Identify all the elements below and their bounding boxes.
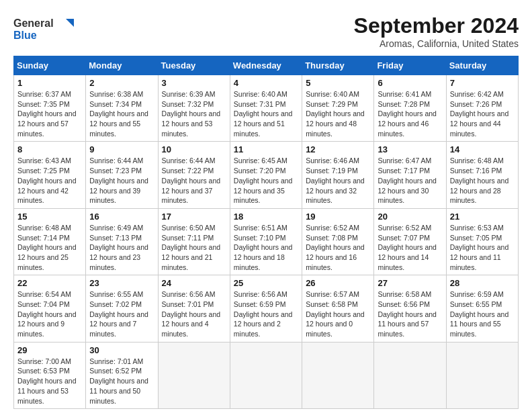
table-row: 1Sunrise: 6:37 AMSunset: 7:35 PMDaylight… <box>14 75 86 142</box>
day-number: 17 <box>162 212 226 222</box>
col-thursday: Thursday <box>302 56 374 75</box>
day-number: 21 <box>450 212 515 222</box>
table-row <box>374 342 446 408</box>
day-content: Sunrise: 6:56 AMSunset: 7:01 PMDaylight … <box>162 289 226 338</box>
table-row: 4Sunrise: 6:40 AMSunset: 7:31 PMDaylight… <box>230 75 302 142</box>
day-content: Sunrise: 6:37 AMSunset: 7:35 PMDaylight … <box>17 89 82 138</box>
table-row: 26Sunrise: 6:57 AMSunset: 6:58 PMDayligh… <box>302 275 374 342</box>
day-content: Sunrise: 6:44 AMSunset: 7:23 PMDaylight … <box>89 156 154 205</box>
day-number: 5 <box>306 78 370 88</box>
day-number: 26 <box>306 278 370 288</box>
day-content: Sunrise: 6:42 AMSunset: 7:26 PMDaylight … <box>450 89 515 138</box>
day-number: 11 <box>234 144 298 154</box>
table-row: 14Sunrise: 6:48 AMSunset: 7:16 PMDayligh… <box>446 142 518 208</box>
table-row: 16Sunrise: 6:49 AMSunset: 7:13 PMDayligh… <box>86 208 158 275</box>
table-row: 9Sunrise: 6:44 AMSunset: 7:23 PMDaylight… <box>86 142 158 208</box>
table-row <box>158 342 230 408</box>
day-content: Sunrise: 6:49 AMSunset: 7:13 PMDaylight … <box>89 223 154 272</box>
day-content: Sunrise: 6:47 AMSunset: 7:17 PMDaylight … <box>378 156 442 205</box>
day-number: 6 <box>378 78 442 88</box>
day-number: 20 <box>378 212 442 222</box>
day-content: Sunrise: 6:43 AMSunset: 7:25 PMDaylight … <box>17 156 82 205</box>
day-number: 22 <box>17 278 82 288</box>
col-wednesday: Wednesday <box>230 56 302 75</box>
day-content: Sunrise: 6:44 AMSunset: 7:22 PMDaylight … <box>162 156 226 205</box>
day-number: 9 <box>89 144 154 154</box>
day-content: Sunrise: 6:39 AMSunset: 7:32 PMDaylight … <box>162 89 226 138</box>
table-row: 13Sunrise: 6:47 AMSunset: 7:17 PMDayligh… <box>374 142 446 208</box>
day-number: 25 <box>234 278 298 288</box>
day-content: Sunrise: 6:57 AMSunset: 6:58 PMDaylight … <box>306 289 370 338</box>
day-content: Sunrise: 6:54 AMSunset: 7:04 PMDaylight … <box>17 289 82 338</box>
table-row: 12Sunrise: 6:46 AMSunset: 7:19 PMDayligh… <box>302 142 374 208</box>
day-number: 14 <box>450 144 515 154</box>
table-row: 27Sunrise: 6:58 AMSunset: 6:56 PMDayligh… <box>374 275 446 342</box>
day-number: 1 <box>17 78 82 88</box>
day-number: 29 <box>17 345 82 355</box>
table-row: 3Sunrise: 6:39 AMSunset: 7:32 PMDaylight… <box>158 75 230 142</box>
day-number: 3 <box>162 78 226 88</box>
day-content: Sunrise: 6:41 AMSunset: 7:28 PMDaylight … <box>378 89 442 138</box>
day-content: Sunrise: 6:51 AMSunset: 7:10 PMDaylight … <box>234 223 298 272</box>
calendar-week-row: 1Sunrise: 6:37 AMSunset: 7:35 PMDaylight… <box>14 75 519 142</box>
svg-marker-2 <box>66 19 74 27</box>
day-number: 2 <box>89 78 154 88</box>
day-content: Sunrise: 7:01 AMSunset: 6:52 PMDaylight … <box>89 357 154 406</box>
table-row <box>230 342 302 408</box>
calendar-title: September 2024 <box>354 13 519 38</box>
table-row: 29Sunrise: 7:00 AMSunset: 6:53 PMDayligh… <box>14 342 86 408</box>
table-row: 25Sunrise: 6:56 AMSunset: 6:59 PMDayligh… <box>230 275 302 342</box>
day-content: Sunrise: 6:53 AMSunset: 7:05 PMDaylight … <box>450 223 515 272</box>
table-row <box>446 342 518 408</box>
col-friday: Friday <box>374 56 446 75</box>
day-number: 19 <box>306 212 370 222</box>
table-row: 23Sunrise: 6:55 AMSunset: 7:02 PMDayligh… <box>86 275 158 342</box>
calendar-subtitle: Aromas, California, United States <box>354 38 519 49</box>
col-monday: Monday <box>86 56 158 75</box>
col-sunday: Sunday <box>14 56 86 75</box>
day-number: 4 <box>234 78 298 88</box>
day-content: Sunrise: 6:38 AMSunset: 7:34 PMDaylight … <box>89 89 154 138</box>
svg-text:General: General <box>13 17 54 29</box>
table-row: 6Sunrise: 6:41 AMSunset: 7:28 PMDaylight… <box>374 75 446 142</box>
day-content: Sunrise: 6:40 AMSunset: 7:31 PMDaylight … <box>234 89 298 138</box>
day-content: Sunrise: 6:50 AMSunset: 7:11 PMDaylight … <box>162 223 226 272</box>
calendar-table: Sunday Monday Tuesday Wednesday Thursday… <box>13 56 519 409</box>
day-number: 15 <box>17 212 82 222</box>
table-row: 2Sunrise: 6:38 AMSunset: 7:34 PMDaylight… <box>86 75 158 142</box>
day-number: 24 <box>162 278 226 288</box>
day-content: Sunrise: 6:52 AMSunset: 7:08 PMDaylight … <box>306 223 370 272</box>
logo: General Blue <box>13 13 74 44</box>
calendar-week-row: 15Sunrise: 6:48 AMSunset: 7:14 PMDayligh… <box>14 208 519 275</box>
table-row: 24Sunrise: 6:56 AMSunset: 7:01 PMDayligh… <box>158 275 230 342</box>
table-row: 30Sunrise: 7:01 AMSunset: 6:52 PMDayligh… <box>86 342 158 408</box>
day-number: 10 <box>162 144 226 154</box>
table-row: 11Sunrise: 6:45 AMSunset: 7:20 PMDayligh… <box>230 142 302 208</box>
day-content: Sunrise: 6:48 AMSunset: 7:16 PMDaylight … <box>450 156 515 205</box>
table-row: 17Sunrise: 6:50 AMSunset: 7:11 PMDayligh… <box>158 208 230 275</box>
title-area: September 2024 Aromas, California, Unite… <box>354 13 519 49</box>
table-row: 28Sunrise: 6:59 AMSunset: 6:55 PMDayligh… <box>446 275 518 342</box>
day-content: Sunrise: 6:46 AMSunset: 7:19 PMDaylight … <box>306 156 370 205</box>
calendar-week-row: 29Sunrise: 7:00 AMSunset: 6:53 PMDayligh… <box>14 342 519 408</box>
day-number: 30 <box>89 345 154 355</box>
day-content: Sunrise: 6:56 AMSunset: 6:59 PMDaylight … <box>234 289 298 338</box>
day-number: 8 <box>17 144 82 154</box>
day-number: 16 <box>89 212 154 222</box>
day-content: Sunrise: 6:59 AMSunset: 6:55 PMDaylight … <box>450 289 515 338</box>
day-content: Sunrise: 6:58 AMSunset: 6:56 PMDaylight … <box>378 289 442 338</box>
day-content: Sunrise: 6:52 AMSunset: 7:07 PMDaylight … <box>378 223 442 272</box>
col-tuesday: Tuesday <box>158 56 230 75</box>
day-number: 23 <box>89 278 154 288</box>
day-number: 7 <box>450 78 515 88</box>
table-row: 8Sunrise: 6:43 AMSunset: 7:25 PMDaylight… <box>14 142 86 208</box>
calendar-header-row: Sunday Monday Tuesday Wednesday Thursday… <box>14 56 519 75</box>
day-number: 13 <box>378 144 442 154</box>
table-row: 18Sunrise: 6:51 AMSunset: 7:10 PMDayligh… <box>230 208 302 275</box>
day-number: 18 <box>234 212 298 222</box>
calendar-week-row: 22Sunrise: 6:54 AMSunset: 7:04 PMDayligh… <box>14 275 519 342</box>
logo-icon: General Blue <box>13 13 74 44</box>
day-number: 28 <box>450 278 515 288</box>
day-content: Sunrise: 6:40 AMSunset: 7:29 PMDaylight … <box>306 89 370 138</box>
table-row: 5Sunrise: 6:40 AMSunset: 7:29 PMDaylight… <box>302 75 374 142</box>
